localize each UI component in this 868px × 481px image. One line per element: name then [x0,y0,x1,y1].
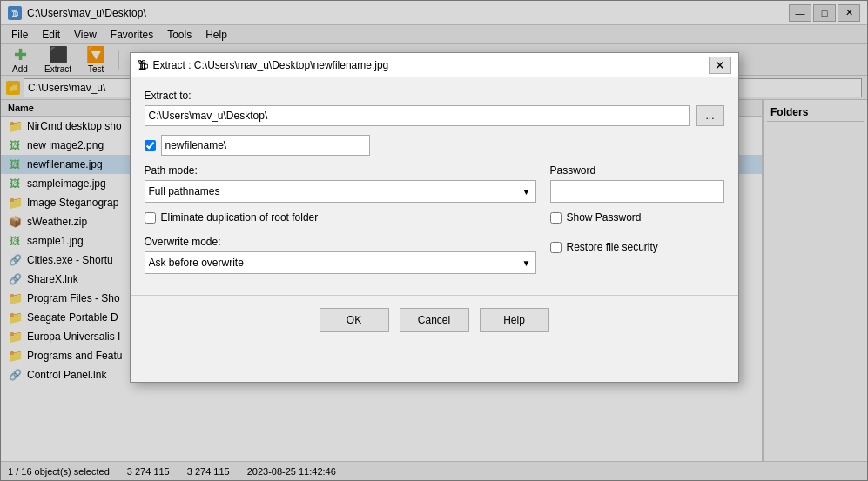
filename-checkbox[interactable] [145,140,156,151]
path-mode-label: Path mode: [145,164,536,177]
eliminate-label: Eliminate duplication of root folder [145,211,536,224]
show-password-row: Show Password [550,211,724,224]
path-mode-select[interactable]: Full pathnames Relative pathnames No pat… [145,180,536,203]
dialog-body: Extract to: ... Path mode: Full path [131,77,738,295]
password-input[interactable] [550,180,724,203]
dialog-footer: OK Cancel Help [131,295,738,344]
extract-to-row: ... [145,105,724,126]
eliminate-checkbox[interactable] [145,212,156,224]
show-password-checkbox[interactable] [550,212,562,224]
restore-security-checkbox[interactable] [550,242,562,253]
filename-input[interactable] [161,135,370,156]
overwrite-section: Overwrite mode: Ask before overwrite Alw… [145,236,536,274]
dialog-columns: Path mode: Full pathnames Relative pathn… [145,164,724,274]
ok-button[interactable]: OK [320,308,389,332]
dialog-close-button[interactable]: ✕ [709,57,731,74]
dialog-title-left: 🗜 Extract : C:\Users\mav_u\Desktop\newfi… [138,59,389,71]
extract-to-label: Extract to: [145,90,724,102]
help-button[interactable]: Help [480,308,549,332]
browse-button[interactable]: ... [696,105,724,126]
restore-security-text: Restore file security [567,241,658,253]
extract-dialog: 🗜 Extract : C:\Users\mav_u\Desktop\newfi… [130,52,739,383]
restore-security-row: Restore file security [550,241,724,253]
left-column: Path mode: Full pathnames Relative pathn… [145,164,536,274]
show-password-text: Show Password [567,211,642,224]
overwrite-select[interactable]: Ask before overwrite Always overwrite Ne… [145,251,536,274]
extract-to-input[interactable] [145,105,690,126]
eliminate-row: Eliminate duplication of root folder [145,211,536,224]
restore-security-label: Restore file security [550,241,724,253]
dialog-title-bar: 🗜 Extract : C:\Users\mav_u\Desktop\newfi… [131,53,738,77]
password-label: Password [550,164,724,177]
filename-row [145,135,724,156]
path-mode-wrapper: Full pathnames Relative pathnames No pat… [145,180,536,203]
show-password-label: Show Password [550,211,724,224]
dialog-overlay: 🗜 Extract : C:\Users\mav_u\Desktop\newfi… [0,0,868,481]
overwrite-label: Overwrite mode: [145,236,536,248]
right-column: Password Show Password Restore file secu… [550,164,724,274]
dialog-icon: 🗜 [138,59,148,71]
dialog-title: Extract : C:\Users\mav_u\Desktop\newfile… [153,59,389,71]
cancel-button[interactable]: Cancel [400,308,469,332]
overwrite-wrapper: Ask before overwrite Always overwrite Ne… [145,251,536,274]
eliminate-text: Eliminate duplication of root folder [161,211,319,224]
